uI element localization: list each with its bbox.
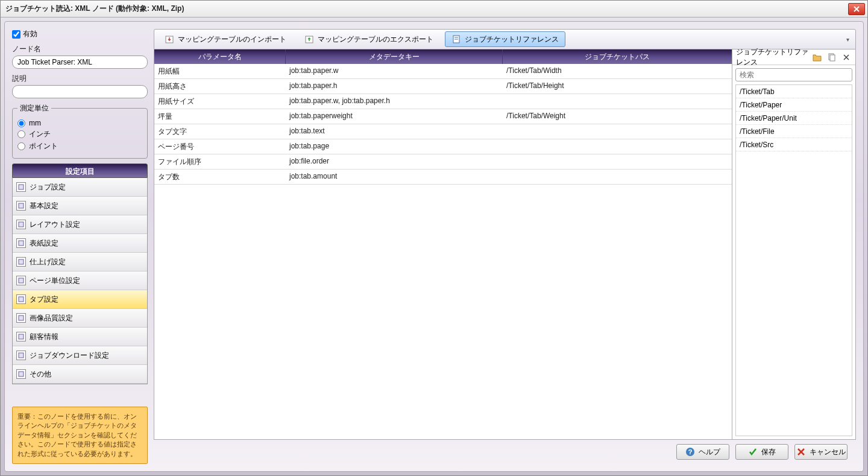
svg-rect-5: [19, 278, 24, 283]
other-icon: [16, 369, 26, 379]
svg-rect-17: [830, 55, 835, 61]
cell-path: [503, 139, 732, 154]
settings-item-other[interactable]: その他: [13, 365, 147, 384]
settings-item-label: その他: [30, 369, 51, 379]
enabled-checkbox[interactable]: [12, 30, 20, 39]
settings-item-finish[interactable]: 仕上げ設定: [13, 253, 147, 271]
reference-item[interactable]: /Ticket/File: [736, 125, 852, 138]
cell-path: [503, 124, 732, 139]
table-row[interactable]: ファイル順序job:file.order: [154, 154, 732, 170]
cancel-button[interactable]: キャンセル: [794, 444, 848, 460]
settings-item-page[interactable]: ページ単位設定: [13, 271, 147, 290]
settings-item-label: ページ単位設定: [30, 276, 80, 286]
table-row[interactable]: ページ番号job:tab.page: [154, 139, 732, 154]
cell-param: タブ数: [154, 170, 286, 184]
table-row[interactable]: タブ数job:tab.amount: [154, 170, 732, 185]
left-panel: 有効 ノード名 説明 測定単位 mm インチ: [12, 29, 148, 464]
settings-item-label: ジョブ設定: [30, 182, 66, 192]
reference-item[interactable]: /Ticket/Src: [736, 138, 852, 151]
settings-item-basic[interactable]: 基本設定: [13, 197, 147, 215]
node-name-input[interactable]: [12, 56, 148, 69]
import-label: マッピングテーブルのインポート: [178, 34, 286, 45]
settings-item-label: 仕上げ設定: [30, 257, 66, 267]
reference-icon: [451, 34, 461, 44]
table-row[interactable]: 用紙高さjob:tab.paper.h/Ticket/Tab/Height: [154, 79, 732, 94]
toolbar-overflow-button[interactable]: ▾: [843, 29, 852, 49]
copy-icon[interactable]: [826, 52, 837, 63]
description-label: 説明: [12, 74, 148, 84]
units-legend: 測定単位: [17, 103, 51, 113]
export-label: マッピングテーブルのエクスポート: [318, 34, 433, 45]
col-meta: メタデータキー: [286, 49, 503, 64]
settings-item-cover[interactable]: 表紙設定: [13, 234, 147, 253]
reference-title: ジョブチケットリファレンス: [736, 47, 808, 68]
reference-item[interactable]: /Ticket/Paper: [736, 98, 852, 112]
cell-meta: job:tab.paper.w: [286, 64, 503, 78]
table-row[interactable]: 用紙サイズjob:tab.paper.w, job:tab.paper.h: [154, 94, 732, 109]
cell-path: /Ticket/Tab/Width: [503, 64, 732, 78]
import-mapping-button[interactable]: マッピングテーブルのインポート: [158, 31, 293, 47]
image-icon: [16, 313, 26, 323]
description-input[interactable]: [12, 85, 148, 98]
reference-panel: ジョブチケットリファレンス /Ticket/Tab/Ticket/Paper/T…: [732, 49, 856, 440]
svg-rect-6: [19, 297, 24, 302]
reference-search-input[interactable]: [735, 68, 852, 81]
unit-point-row[interactable]: ポイント: [17, 141, 142, 151]
table-body: 用紙幅job:tab.paper.w/Ticket/Tab/Width用紙高さj…: [154, 64, 732, 439]
unit-inch-row[interactable]: インチ: [17, 129, 142, 139]
enabled-checkbox-row[interactable]: 有効: [12, 29, 148, 39]
content-wrap: パラメータ名 メタデータキー ジョブチケットパス 用紙幅job:tab.pape…: [154, 49, 856, 440]
unit-point-radio[interactable]: [17, 142, 25, 150]
cell-path: [503, 170, 732, 184]
cell-param: 用紙幅: [154, 64, 286, 78]
cell-meta: job:file.order: [286, 154, 503, 169]
reference-item[interactable]: /Ticket/Tab: [736, 85, 852, 98]
export-icon: [304, 34, 314, 44]
cell-param: 用紙高さ: [154, 79, 286, 94]
reference-item[interactable]: /Ticket/Paper/Unit: [736, 112, 852, 125]
settings-item-label: タブ設定: [30, 294, 58, 305]
tab-icon: [16, 294, 26, 304]
unit-inch-radio[interactable]: [17, 130, 25, 138]
layout-icon: [16, 220, 26, 229]
svg-text:?: ?: [688, 448, 693, 455]
settings-item-tab[interactable]: タブ設定: [13, 290, 147, 309]
table-row[interactable]: 用紙幅job:tab.paper.w/Ticket/Tab/Width: [154, 64, 732, 79]
cell-path: [503, 154, 732, 169]
page-icon: [16, 276, 26, 285]
cell-path: /Ticket/Tab/Height: [503, 79, 732, 94]
folder-open-icon[interactable]: [812, 52, 823, 63]
export-mapping-button[interactable]: マッピングテーブルのエクスポート: [298, 31, 440, 47]
settings-item-layout[interactable]: レイアウト設定: [13, 215, 147, 234]
help-icon: ?: [685, 447, 695, 457]
svg-rect-8: [19, 334, 24, 339]
close-panel-icon[interactable]: [841, 52, 852, 63]
close-button[interactable]: [848, 3, 865, 15]
cell-meta: job:tab.paper.h: [286, 79, 503, 94]
settings-item-image[interactable]: 画像品質設定: [13, 309, 147, 328]
col-path: ジョブチケットパス: [503, 49, 732, 64]
unit-mm-radio[interactable]: [17, 119, 25, 127]
cancel-icon: [796, 447, 806, 457]
settings-item-download[interactable]: ジョブダウンロード設定: [13, 346, 147, 365]
table-row[interactable]: タブ文字job:tab.text: [154, 124, 732, 139]
reference-toggle-button[interactable]: ジョブチケットリファレンス: [445, 31, 565, 47]
help-button[interactable]: ? ヘルプ: [676, 444, 729, 460]
node-name-label: ノード名: [12, 44, 148, 54]
unit-mm-row[interactable]: mm: [17, 119, 142, 127]
settings-item-customer[interactable]: 顧客情報: [13, 328, 147, 346]
table-row[interactable]: 坪量job:tab.paperweight/Ticket/Tab/Weight: [154, 109, 732, 124]
save-button[interactable]: 保存: [735, 444, 788, 460]
settings-item-label: ジョブダウンロード設定: [30, 351, 109, 361]
svg-rect-7: [19, 316, 24, 320]
cover-icon: [16, 238, 26, 248]
settings-item-job[interactable]: ジョブ設定: [13, 178, 147, 197]
titlebar: ジョブチケット読込: XML ノード (動作対象: XML, Zip): [1, 1, 867, 17]
help-label: ヘルプ: [699, 447, 720, 457]
import-icon: [165, 34, 174, 44]
window-title: ジョブチケット読込: XML ノード (動作対象: XML, Zip): [3, 4, 848, 14]
settings-item-label: 表紙設定: [30, 238, 58, 249]
units-fieldset: 測定単位 mm インチ ポイント: [12, 103, 148, 159]
basic-icon: [16, 201, 26, 211]
unit-point-label: ポイント: [29, 141, 58, 151]
